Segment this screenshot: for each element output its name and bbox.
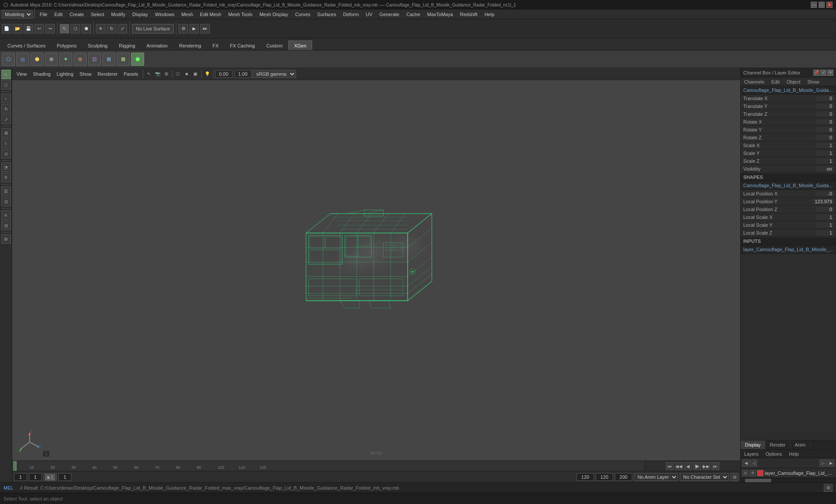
vp-value2-input[interactable] <box>234 70 252 78</box>
select-tool[interactable]: ↖ <box>60 24 69 34</box>
new-file-button[interactable]: 📄 <box>2 24 11 34</box>
menu-mesh[interactable]: Mesh <box>178 11 196 18</box>
right-panel-scrollbar[interactable] <box>741 478 836 482</box>
menu-edit[interactable]: Edit <box>51 11 66 18</box>
menu-help[interactable]: Help <box>482 11 498 18</box>
attr-row-local-pos-y[interactable]: Local Position Y 123.979 <box>741 198 836 205</box>
rotate-button[interactable]: ↻ <box>1 104 11 114</box>
select-mode-button[interactable]: ↖ <box>1 70 11 79</box>
shelf-icon-8[interactable]: ⊞ <box>102 53 115 66</box>
menu-mesh-tools[interactable]: Mesh Tools <box>225 11 255 18</box>
menu-mesh-display[interactable]: Mesh Display <box>256 11 291 18</box>
shelf-tab-custom[interactable]: Custom <box>261 40 289 50</box>
current-frame-display[interactable] <box>576 473 594 481</box>
vp-grid-btn[interactable]: ⊞ <box>162 70 170 78</box>
attr-row-rotate-x[interactable]: Rotate X 0 <box>741 118 836 126</box>
menu-maxtomaya[interactable]: MaxToMaya <box>424 11 456 18</box>
move-button[interactable]: ↕ <box>1 94 11 103</box>
paint-mode-button[interactable]: ⬡ <box>1 80 11 90</box>
cb-menu-edit[interactable]: Edit <box>768 78 783 85</box>
move-tool[interactable]: ✛ <box>96 24 105 34</box>
mode-selector[interactable]: Modeling <box>2 10 33 19</box>
layer-nav-prev[interactable]: ◀ <box>742 460 749 467</box>
scale-tool[interactable]: ⤢ <box>118 24 127 34</box>
vp-menu-shading[interactable]: Shading <box>30 71 53 77</box>
open-file-button[interactable]: 📂 <box>13 24 22 34</box>
render-all[interactable]: ⏭ <box>200 24 210 34</box>
anim-layer-select[interactable]: No Anim Layer <box>634 473 678 481</box>
vp-wireframe-btn[interactable]: ⬡ <box>174 70 182 78</box>
vp-menu-panels[interactable]: Panels <box>121 71 141 77</box>
attr-row-local-scale-x[interactable]: Local Scale X 1 <box>741 213 836 221</box>
channel-box-pin-btn[interactable]: 📌 <box>813 70 819 76</box>
shelf-tab-polygons[interactable]: Polygons <box>51 40 82 50</box>
display-layer-button[interactable]: ☰ <box>1 186 11 196</box>
maximize-button[interactable]: □ <box>819 2 825 8</box>
redo-button[interactable]: ↪ <box>45 24 55 34</box>
menu-display[interactable]: Display <box>129 11 151 18</box>
shelf-tab-fx[interactable]: FX <box>207 40 224 50</box>
vp-menu-lighting[interactable]: Lighting <box>54 71 76 77</box>
attr-row-local-pos-x[interactable]: Local Position X -0 <box>741 190 836 198</box>
channel-box-close-btn[interactable]: ✕ <box>827 70 833 76</box>
shelf-tab-rendering[interactable]: Rendering <box>173 40 207 50</box>
snap-curve-button[interactable]: ⌇ <box>1 138 11 148</box>
vp-light-btn[interactable]: 💡 <box>203 70 211 78</box>
status-progress-btn[interactable]: ⚙ <box>824 484 833 492</box>
scrollbar-thumb[interactable] <box>745 479 771 482</box>
timeline-track[interactable]: 10 20 30 40 50 60 70 80 90 100 110 120 <box>12 461 644 471</box>
cb-menu-object[interactable]: Object <box>783 78 804 85</box>
attr-row-scale-y[interactable]: Scale Y 1 <box>741 149 836 157</box>
shelf-tab-animation[interactable]: Animation <box>141 40 173 50</box>
layer-menu-help[interactable]: Help <box>785 450 802 457</box>
frame-input[interactable] <box>29 473 42 481</box>
vp-value1-input[interactable] <box>215 70 233 78</box>
undo-button[interactable]: ↩ <box>34 24 44 34</box>
step-back-button[interactable]: ◀◀ <box>675 462 683 470</box>
cb-menu-show[interactable]: Show <box>804 78 823 85</box>
attr-row-scale-x[interactable]: Scale X 1 <box>741 141 836 149</box>
menu-modify[interactable]: Modify <box>108 11 128 18</box>
shelf-tab-sculpting[interactable]: Sculpting <box>82 40 113 50</box>
menu-file[interactable]: File <box>37 11 51 18</box>
shelf-tab-xgen[interactable]: XGen <box>288 40 312 50</box>
save-file-button[interactable]: 💾 <box>24 24 33 34</box>
menu-generate[interactable]: Generate <box>376 11 402 18</box>
attr-row-rotate-y[interactable]: Rotate Y 0 <box>741 126 836 134</box>
viewport-3d[interactable]: persp Y X Z <box>12 80 740 460</box>
channel-box-expand-btn[interactable]: ⤢ <box>820 70 826 76</box>
channel-scroll-area[interactable]: Camouflage_Flap_Lid_B_Missile_Guida... T… <box>741 86 836 440</box>
symmetry-button[interactable]: ⧖ <box>1 173 11 182</box>
menu-curves[interactable]: Curves <box>292 11 314 18</box>
layer-visibility-btn[interactable]: V <box>742 470 748 476</box>
vp-menu-renderer[interactable]: Renderer <box>95 71 120 77</box>
vp-select-btn[interactable]: ↖ <box>145 70 153 78</box>
layer-nav-next2[interactable]: ▷ <box>819 460 826 467</box>
attr-row-local-scale-y[interactable]: Local Scale Y 1 <box>741 221 836 229</box>
layer-color-swatch[interactable] <box>757 470 763 476</box>
attr-row-local-pos-z[interactable]: Local Position Z 0 <box>741 205 836 213</box>
cb-menu-channels[interactable]: Channels <box>741 78 768 85</box>
shelf-icon-1[interactable]: ⬡ <box>2 53 15 66</box>
character-set-select[interactable]: No Character Set <box>680 473 729 481</box>
layer-menu-options[interactable]: Options <box>762 450 785 457</box>
menu-uv[interactable]: UV <box>363 11 375 18</box>
attr-row-visibility[interactable]: Visibility on <box>741 165 836 173</box>
vp-texture-btn[interactable]: ▣ <box>192 70 199 78</box>
menu-select[interactable]: Select <box>88 11 108 18</box>
menu-create[interactable]: Create <box>67 11 87 18</box>
snap-grid-button[interactable]: ⊞ <box>1 128 11 138</box>
lasso-select[interactable]: ⬡ <box>71 24 80 34</box>
attribute-editor-button[interactable]: ⊟ <box>1 221 11 230</box>
skip-to-end-button[interactable]: ⏭ <box>711 462 719 470</box>
vp-menu-show[interactable]: Show <box>77 71 94 77</box>
channel-box-button[interactable]: ≡ <box>1 210 11 220</box>
tab-render[interactable]: Render <box>765 440 790 449</box>
menu-redshift[interactable]: Redshift <box>457 11 480 18</box>
start-frame-input[interactable] <box>14 473 27 481</box>
tool-settings-button[interactable]: ⚙ <box>1 234 11 244</box>
shelf-icon-2[interactable]: ◎ <box>16 53 29 66</box>
menu-edit-mesh[interactable]: Edit Mesh <box>197 11 224 18</box>
minimize-button[interactable]: — <box>811 2 817 8</box>
frame-preview-btn[interactable]: ■ 1 <box>44 473 57 481</box>
